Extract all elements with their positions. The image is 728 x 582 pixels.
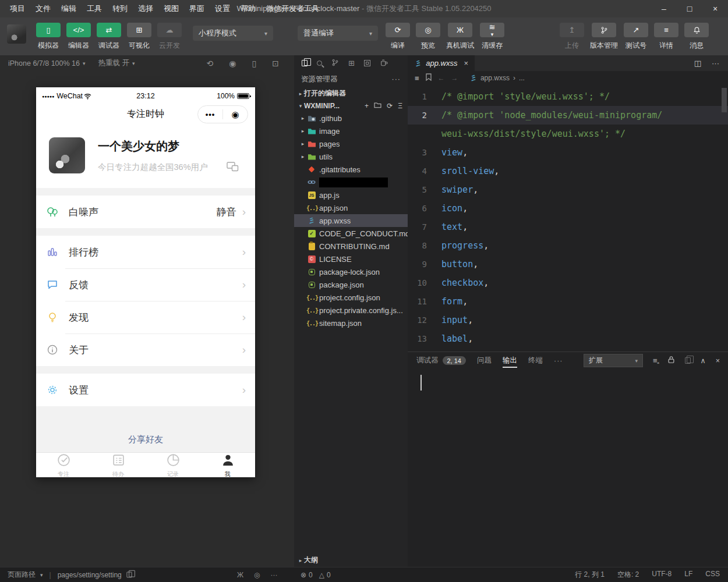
menu-row-发现[interactable]: 发现› [36,301,255,333]
file-row-app.json[interactable]: {..}app.json [294,201,408,214]
refresh-icon[interactable]: ⟳ [387,102,393,110]
menu-item-6[interactable]: 视图 [158,0,184,17]
toolbar-button-预览[interactable]: ◎预览 [416,23,440,51]
share-friends-link[interactable]: 分享好友 [128,434,163,445]
file-row-CODE_OF_CONDUCT.md[interactable]: ✓CODE_OF_CONDUCT.md [294,227,408,240]
tab-待办[interactable]: 待办 [91,453,146,477]
file-row-pages[interactable]: ▸pages [294,137,408,150]
open-editors-section[interactable]: ▸ 打开的编辑器 [294,87,408,100]
menu-item-4[interactable]: 转到 [107,0,133,17]
menu-item-8[interactable]: 设置 [210,0,235,17]
console-tab-问题[interactable]: 问题 [477,352,492,369]
more-actions-icon[interactable]: ··· [392,75,401,83]
appearance-icon[interactable] [380,59,388,68]
cursor-position[interactable]: 行 2, 列 1 [575,570,605,580]
copy-output-icon[interactable] [685,357,691,364]
forward-icon[interactable]: → [451,74,458,82]
minimize-button[interactable]: – [651,0,677,17]
maximize-panel-icon[interactable]: ∧ [701,356,706,365]
console-tab-终端[interactable]: 终端 [528,352,543,369]
split-editor-icon[interactable]: ◫ [694,59,701,68]
extensions-icon[interactable]: ⊞ [348,59,355,68]
menu-item-0[interactable]: 项目 [5,0,30,17]
file-row-redacted[interactable] [294,176,408,189]
mode-select[interactable]: 小程序模式 ▾ [193,26,273,41]
menu-row-反馈[interactable]: 反馈› [36,268,255,301]
bug-icon[interactable]: Ж [237,571,243,579]
collapse-all-icon[interactable]: Ξ [398,102,402,110]
breadcrumb-path[interactable]: ミ app.wxss › ... [469,73,525,83]
menu-item-2[interactable]: 编辑 [56,0,82,17]
file-row-project.config.json[interactable]: {..}project.config.json [294,291,408,304]
menu-row-排行榜[interactable]: 排行榜› [36,236,255,268]
toolbar-button-可视化[interactable]: ⊞可视化 [127,23,151,51]
code-editor[interactable]: 1/* @import 'style/weui.wxss'; */2/* @im… [408,85,728,352]
encoding[interactable]: UTF-8 [652,570,672,580]
rotate-icon[interactable]: ⟲ [207,59,214,68]
device-frame-icon[interactable]: ▯ [252,59,257,68]
file-row-LICENSE[interactable]: ©LICENSE [294,253,408,265]
new-folder-icon[interactable] [374,102,381,110]
filter-select[interactable]: 扩展 ▾ [584,354,643,367]
file-row-project.private.config.js...[interactable]: {..}project.private.config.js... [294,304,408,317]
source-control-icon[interactable] [331,58,339,69]
toolbar-button-测试号[interactable]: ↗测试号 [624,23,648,51]
user-avatar[interactable] [7,24,26,44]
menu-row-设置[interactable]: 设置› [36,374,255,406]
file-row-.github[interactable]: ▸.github [294,112,408,125]
close-button[interactable]: × [702,0,728,17]
console-tab-输出[interactable]: 输出 [503,352,517,369]
menu-item-1[interactable]: 文件 [30,0,56,17]
toolbar-button-调试器[interactable]: ⇄调试器 [97,23,121,51]
menu-row-白噪声[interactable]: 白噪声静音› [36,196,255,228]
more-actions-icon[interactable]: ··· [712,59,719,68]
toolbar-button-真机调试[interactable]: Ж真机调试 [446,23,474,51]
toolbar-button-清缓存[interactable]: ≋ ▾清缓存 [480,23,504,51]
compile-mode-select[interactable]: 普通编译 ▾ [298,26,378,41]
menu-item-7[interactable]: 界面 [184,0,210,17]
widget-icon[interactable] [364,60,370,66]
file-row-.gitattributes[interactable]: .gitattributes [294,163,408,176]
tab-专注[interactable]: 专注 [36,453,91,477]
toolbar-button-详情[interactable]: ≡详情 [654,23,678,51]
search-icon[interactable] [317,61,322,66]
toolbar-button-消息[interactable]: 消息 [684,23,709,51]
bookmark-icon[interactable] [426,73,432,83]
more-menu-icon[interactable]: ••• [198,110,222,119]
file-row-sitemap.json[interactable]: {..}sitemap.json [294,317,408,329]
file-row-CONTRIBUTING.md[interactable]: CONTRIBUTING.md [294,240,408,253]
file-row-app.js[interactable]: JSapp.js [294,189,408,201]
maximize-button[interactable]: □ [677,0,702,17]
hot-reload-toggle[interactable]: 热重载 开 [98,58,129,68]
files-icon[interactable] [302,60,308,66]
file-row-package-lock.json[interactable]: package-lock.json [294,265,408,278]
menu-item-5[interactable]: 选择 [133,0,158,17]
project-root-row[interactable]: ▾ WXMINIP... + ⟳ Ξ [294,100,408,112]
toolbar-button-版本管理[interactable]: 版本管理 [590,23,618,51]
toolbar-button-模拟器[interactable]: ▯模拟器 [36,23,61,51]
tab-我[interactable]: 我 [200,453,255,477]
new-file-icon[interactable]: + [365,102,369,110]
clear-output-icon[interactable]: ≡× [653,356,658,365]
profile-section[interactable]: 一个美少女的梦 今日专注力超越全国36%用户 [36,128,255,188]
back-icon[interactable]: ← [438,74,445,82]
eye-icon[interactable]: ◎ [254,571,260,579]
tab-app-wxss[interactable]: ミ app.wxss × [408,55,475,71]
page-path-label[interactable]: 页面路径 [8,570,36,580]
tab-记录[interactable]: 记录 [146,453,200,477]
outline-section[interactable]: ▸ 大纲 [294,555,408,566]
outline-list-icon[interactable]: ≡ [415,74,419,83]
close-tab-icon[interactable]: × [464,59,469,68]
indent-setting[interactable]: 空格: 2 [617,570,639,580]
profile-avatar[interactable] [49,137,85,173]
menu-item-3[interactable]: 工具 [82,0,107,17]
device-select[interactable]: iPhone 6/7/8 100% 16 [8,59,80,68]
menu-row-关于[interactable]: 关于› [36,333,255,366]
eol-setting[interactable]: LF [684,570,692,580]
language-mode[interactable]: CSS [705,570,720,580]
file-row-utils[interactable]: ▸utils [294,150,408,163]
lock-scroll-icon[interactable] [667,356,675,365]
record-icon[interactable]: ◉ [229,59,236,68]
console-tab-调试器[interactable]: 调试器2, 14 [416,352,466,369]
editor-scrollbar[interactable] [722,88,727,112]
